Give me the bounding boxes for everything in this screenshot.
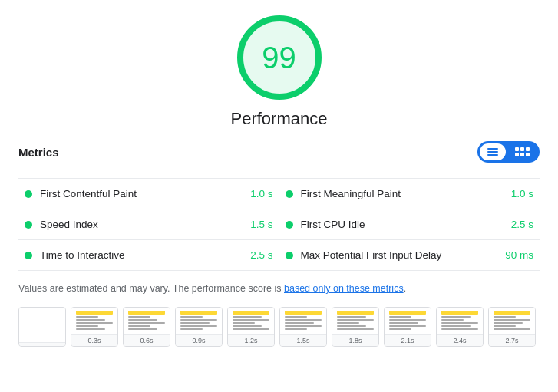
page-line (76, 328, 105, 330)
page-lines (180, 311, 217, 331)
metric-name: First Contentful Paint (40, 188, 244, 199)
metrics-title: Metrics (18, 146, 59, 159)
page-line (337, 322, 359, 324)
metric-dot (25, 252, 32, 259)
metrics-grid: First Contentful Paint 1.0 s First Meani… (18, 178, 540, 271)
metric-name: First Meaningful Paint (301, 188, 505, 199)
list-icon (487, 148, 498, 156)
frame-content (71, 308, 117, 334)
page-lines (389, 311, 426, 331)
page-line (285, 328, 307, 330)
page-line (76, 319, 105, 321)
frame-content (385, 308, 431, 334)
frame-content (124, 308, 170, 334)
metric-value: 1.5 s (250, 219, 272, 230)
page-line (337, 311, 374, 315)
page-line (233, 325, 262, 327)
page-line (76, 325, 98, 327)
frame-timestamp (19, 342, 65, 346)
page-line (494, 328, 530, 330)
grid-icon (515, 147, 530, 156)
metric-dot (286, 190, 293, 198)
metric-name: Max Potential First Input Delay (301, 249, 500, 261)
frame-content (280, 308, 326, 334)
page-line (128, 325, 150, 327)
page-line (389, 322, 418, 324)
page-line (233, 322, 255, 324)
page-line (441, 322, 478, 324)
page-line (180, 322, 210, 324)
page-line (389, 316, 411, 318)
metric-dot (286, 221, 293, 229)
page-line (180, 316, 203, 318)
filmstrip-frame: 1.2s (227, 307, 275, 347)
metric-name: Time to Interactive (40, 249, 244, 261)
page-line (441, 319, 464, 321)
frame-timestamp: 2.1s (385, 334, 431, 346)
page-lines (441, 311, 478, 331)
metric-name: Speed Index (40, 219, 244, 230)
metric-row: First Contentful Paint 1.0 s (18, 179, 279, 209)
filmstrip-frame: 0.9s (175, 307, 223, 347)
page-line (128, 316, 150, 318)
frame-timestamp: 1.8s (332, 334, 378, 346)
filmstrip-frame (18, 307, 66, 347)
filmstrip-frame: 1.8s (332, 307, 379, 347)
frame-timestamp: 2.7s (489, 334, 535, 346)
metric-value: 90 ms (505, 249, 533, 261)
page-lines (494, 311, 530, 331)
list-view-button[interactable] (480, 143, 506, 160)
filmstrip-frame: 2.1s (384, 307, 431, 347)
page-line (128, 319, 157, 321)
page-line (76, 322, 113, 324)
frame-content (332, 308, 378, 334)
score-circle: 99 (237, 15, 322, 100)
metric-value: 2.5 s (250, 249, 272, 261)
filmstrip-frame: 2.4s (436, 307, 484, 347)
page-line (441, 311, 478, 315)
page-line (494, 319, 530, 321)
page-line (128, 311, 165, 315)
page-line (337, 325, 366, 327)
score-label: Performance (231, 109, 328, 129)
page-line (233, 316, 262, 318)
page-lines (76, 311, 113, 331)
page-line (389, 328, 411, 330)
frame-content (489, 308, 535, 334)
metric-dot (286, 252, 293, 259)
page-line (128, 322, 165, 324)
page-line (494, 325, 516, 327)
page-lines (285, 311, 322, 331)
metrics-link[interactable]: based only on these metrics (284, 283, 404, 294)
page-line (128, 328, 157, 330)
metric-row: Speed Index 1.5 s (18, 209, 279, 240)
page-line (180, 325, 217, 327)
metric-row: First Meaningful Paint 1.0 s (279, 179, 540, 209)
page-line (285, 316, 307, 318)
page-line (233, 319, 269, 321)
filmstrip-frame: 2.7s (488, 307, 536, 347)
page-line (441, 316, 471, 318)
page-line (285, 311, 322, 315)
page-line (76, 311, 113, 315)
footer-end: . (404, 283, 406, 294)
page-line (180, 319, 217, 321)
page-line (337, 316, 366, 318)
frame-timestamp: 0.9s (176, 334, 222, 346)
footer-text: Values are estimated and may vary. The p… (18, 283, 284, 294)
filmstrip-frame: 0.3s (71, 307, 118, 347)
filmstrip-frame: 1.5s (279, 307, 327, 347)
frame-timestamp: 1.5s (280, 334, 326, 346)
page-line (441, 328, 478, 330)
page-line (180, 311, 217, 315)
page-line (76, 316, 98, 318)
page-line (441, 325, 471, 327)
metric-name: First CPU Idle (301, 219, 505, 230)
page-line (180, 328, 203, 330)
frame-timestamp: 0.3s (71, 334, 117, 346)
page-line (494, 316, 516, 318)
grid-view-button[interactable] (507, 143, 537, 160)
page-line (337, 328, 374, 330)
metric-dot (25, 190, 32, 198)
metric-dot (25, 221, 32, 229)
